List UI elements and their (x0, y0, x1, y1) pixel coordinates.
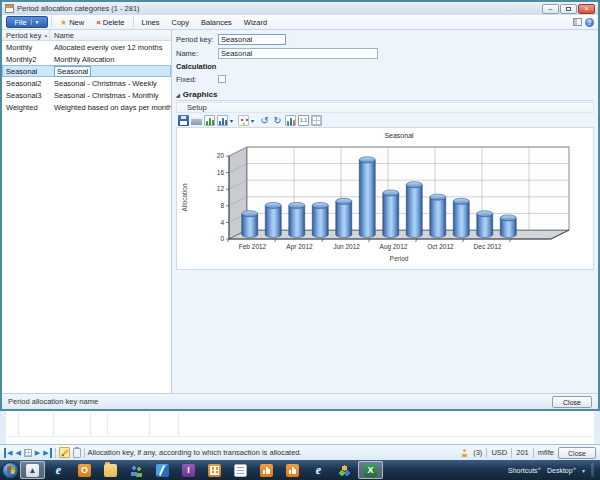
title-bar[interactable]: Period allocation categories (1 - 281) –… (2, 2, 598, 15)
grid-view-icon[interactable] (24, 449, 32, 457)
chart-wizard-icon[interactable] (285, 115, 296, 126)
svg-text:Allocation: Allocation (181, 183, 188, 212)
next-record-icon[interactable] (35, 448, 40, 458)
rotate-icon[interactable] (259, 115, 270, 126)
grid-row-weighted[interactable]: WeightedWeighted based on days per month (2, 101, 171, 113)
graphics-group-header[interactable]: ◢ Graphics (176, 90, 594, 101)
contacts-icon (130, 464, 143, 477)
mappoint-icon (156, 464, 169, 477)
internet-explorer-2-icon: e (312, 464, 325, 477)
palette-caret[interactable] (251, 117, 257, 124)
company-indicator[interactable]: 201 (516, 448, 529, 457)
chevron-down-icon[interactable]: ▾ (582, 467, 585, 474)
grid-row-seasonal2[interactable]: Seasonal2Seasonal - Christmas - Weekly (2, 77, 171, 89)
edit-pencil-icon[interactable] (59, 447, 70, 458)
divider (149, 413, 150, 436)
delete-x-icon: × (96, 18, 101, 27)
taskbar-item-dynamics-ax[interactable]: ▲ (20, 461, 45, 479)
grid-header[interactable]: Period key ▲ Name (2, 30, 171, 41)
help-icon[interactable]: ? (585, 18, 594, 27)
taskbar-item-outlook[interactable]: O (72, 461, 97, 479)
folder-icon (104, 464, 117, 477)
last-record-icon[interactable] (43, 448, 51, 458)
statusbar-close-button[interactable]: Close (558, 447, 596, 459)
previous-record-icon[interactable] (15, 448, 20, 458)
taskbar-item-folder[interactable] (98, 461, 123, 479)
lines-button[interactable]: Lines (137, 16, 165, 28)
svg-text:Dec 2012: Dec 2012 (474, 243, 502, 250)
divider (51, 17, 52, 27)
clipboard-icon[interactable] (73, 448, 81, 458)
close-button[interactable]: × (578, 4, 595, 14)
taskbar-item-dynamics-app[interactable] (254, 461, 279, 479)
maximize-button[interactable] (560, 4, 577, 14)
expander-icon[interactable]: ◢ (176, 92, 180, 98)
svg-text:20: 20 (217, 152, 225, 159)
save-icon[interactable] (178, 115, 189, 126)
axis-format-icon[interactable] (298, 115, 309, 126)
fixed-checkbox[interactable] (218, 75, 226, 83)
svg-text:Apr 2012: Apr 2012 (286, 243, 313, 251)
allocation-chart: 048121620Feb 2012Apr 2012Jun 2012Aug 201… (176, 127, 594, 270)
minimize-button[interactable]: – (542, 4, 559, 14)
taskbar-item-internet-explorer[interactable]: e (46, 461, 71, 479)
svg-text:Jun 2012: Jun 2012 (333, 243, 360, 250)
taskbar-grip[interactable] (591, 463, 594, 477)
taskbar-item-contacts[interactable] (124, 461, 149, 479)
taskbar-item-dynamics-app-2[interactable] (280, 461, 305, 479)
chart-type-caret[interactable] (230, 117, 236, 124)
wizard-button[interactable]: Wizard (239, 16, 272, 28)
divider (84, 448, 85, 458)
taskbar-item-grid-app[interactable] (202, 461, 227, 479)
window-close-button[interactable]: Close (552, 396, 592, 408)
divider (107, 413, 108, 436)
new-button[interactable]: ★ New (55, 16, 89, 28)
svg-text:8: 8 (220, 202, 224, 209)
user-indicator[interactable]: mfife (538, 448, 554, 457)
grid-row-monthly2[interactable]: Monthly2Monthly Allocation (2, 53, 171, 65)
divider (90, 413, 91, 436)
desktop-toolbar[interactable]: Desktop» (547, 465, 576, 474)
toolbar: File ▼ ★ New × Delete Lines Copy Balance… (2, 15, 598, 30)
layout-icon[interactable] (573, 18, 582, 26)
taskbar-item-document[interactable] (228, 461, 253, 479)
column-header-name[interactable]: Name (50, 30, 171, 40)
grid-row-monthly[interactable]: MonthlyAllocated evenly over 12 months (2, 41, 171, 53)
setup-menu[interactable]: Setup (176, 102, 594, 113)
divider (133, 17, 134, 27)
sessions-icon[interactable] (460, 448, 469, 457)
grid-row-seasonal3[interactable]: Seasonal3Seasonal - Christmas - Monthly (2, 89, 171, 101)
table-icon (5, 4, 14, 13)
name-cell-editor[interactable]: Seasonal (54, 66, 91, 77)
start-button[interactable] (2, 462, 19, 479)
dynamics-app-2-icon (286, 464, 299, 477)
taskbar-item-mappoint[interactable] (150, 461, 175, 479)
divider (55, 448, 56, 458)
column-header-period-key[interactable]: Period key ▲ (2, 30, 50, 40)
svg-text:0: 0 (220, 235, 224, 242)
delete-button[interactable]: × Delete (91, 16, 129, 28)
chart-copy-icon[interactable] (204, 115, 215, 126)
first-record-icon[interactable] (4, 448, 12, 458)
palette-icon[interactable] (238, 115, 249, 126)
taskbar-item-infopath[interactable]: I (176, 461, 201, 479)
name-label: Name: (176, 49, 218, 58)
divider (511, 448, 512, 458)
divider (486, 448, 487, 458)
taskbar-item-internet-explorer-2[interactable]: e (306, 461, 331, 479)
shortcuts-toolbar[interactable]: Shortcuts» (508, 465, 541, 474)
period-key-field[interactable] (218, 34, 286, 45)
print-icon[interactable] (191, 115, 202, 126)
grid-toggle-icon[interactable] (311, 115, 322, 126)
copy-button[interactable]: Copy (166, 16, 194, 28)
grid-row-seasonal[interactable]: SeasonalSeasonal (2, 65, 171, 77)
dynamics-app-icon (260, 464, 273, 477)
file-menu-button[interactable]: File ▼ (6, 16, 48, 28)
currency-indicator[interactable]: USD (491, 448, 507, 457)
name-field[interactable] (218, 48, 378, 59)
chart-type-icon[interactable] (217, 115, 228, 126)
taskbar-item-msn[interactable] (332, 461, 357, 479)
balances-button[interactable]: Balances (196, 16, 237, 28)
refresh-3d-icon[interactable] (272, 115, 283, 126)
taskbar-item-excel[interactable]: X (358, 461, 383, 479)
